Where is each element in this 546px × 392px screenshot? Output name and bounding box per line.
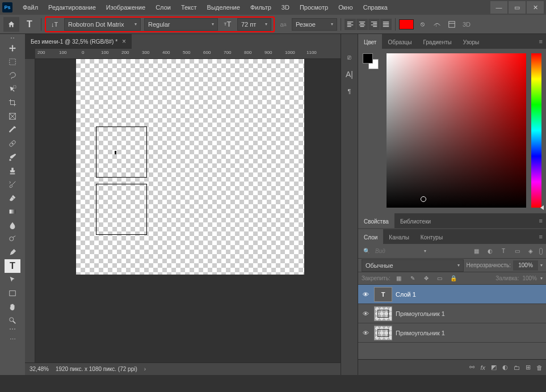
tab-swatches[interactable]: Образцы bbox=[382, 34, 417, 49]
visibility-toggle[interactable]: 👁 bbox=[360, 328, 371, 338]
new-layer-button[interactable]: ⊞ bbox=[526, 364, 531, 371]
lock-transparent-icon[interactable]: ▦ bbox=[394, 273, 404, 284]
text-orientation-button[interactable]: ↓T bbox=[48, 18, 61, 31]
zoom-level[interactable]: 32,48% bbox=[30, 366, 49, 372]
blur-tool[interactable] bbox=[5, 218, 20, 232]
pen-tool[interactable] bbox=[5, 246, 20, 259]
chevron-down-icon[interactable]: ▾ bbox=[424, 248, 426, 254]
close-button[interactable]: ✕ bbox=[527, 1, 544, 14]
crop-tool[interactable] bbox=[5, 96, 20, 109]
layer-name[interactable]: Прямоугольник 1 bbox=[396, 330, 445, 336]
lock-all-icon[interactable]: 🔒 bbox=[448, 273, 459, 284]
antialias-combo[interactable]: Резкое ▾ bbox=[292, 18, 337, 31]
tab-layers[interactable]: Слои bbox=[358, 229, 383, 244]
layer-effects-button[interactable]: fx bbox=[480, 364, 485, 371]
canvas-viewport[interactable] bbox=[25, 59, 341, 363]
opacity-value[interactable]: 100% bbox=[513, 260, 538, 271]
panel-menu-button[interactable]: ≡ bbox=[536, 38, 546, 45]
layer-name[interactable]: Слой 1 bbox=[396, 291, 416, 298]
healing-tool[interactable] bbox=[5, 137, 20, 150]
filter-toggle[interactable] bbox=[539, 248, 543, 255]
menu-image[interactable]: Изображение bbox=[102, 2, 150, 13]
edit-toolbar-button[interactable]: ⋯ bbox=[5, 332, 20, 346]
lasso-tool[interactable] bbox=[5, 69, 20, 82]
hue-slider[interactable] bbox=[531, 53, 541, 208]
tab-paths[interactable]: Контуры bbox=[415, 229, 448, 244]
lock-pixels-icon[interactable]: ✎ bbox=[408, 273, 418, 284]
blend-mode-combo[interactable]: Обычные ▾ bbox=[362, 259, 464, 272]
tab-color[interactable]: Цвет bbox=[358, 34, 382, 49]
hue-pointer[interactable] bbox=[540, 205, 544, 210]
document-tab[interactable]: Без имени-1 @ 32,5% (RGB/8#) * × bbox=[25, 34, 132, 49]
paragraph-panel-icon[interactable]: ¶ bbox=[343, 85, 356, 98]
path-select-tool[interactable] bbox=[5, 273, 20, 286]
foreground-color-swatch[interactable] bbox=[363, 53, 373, 64]
layer-row[interactable]: 👁 Прямоугольник 1 bbox=[358, 304, 546, 323]
filter-smart-icon[interactable]: ◈ bbox=[526, 246, 536, 256]
delete-layer-button[interactable]: 🗑 bbox=[536, 364, 543, 371]
panel-menu-button[interactable]: ≡ bbox=[536, 217, 546, 224]
hand-tool[interactable] bbox=[5, 300, 20, 314]
panel-icon-1[interactable]: ⎚ bbox=[343, 51, 356, 64]
filter-type-icon[interactable]: T bbox=[498, 246, 509, 256]
menu-filter[interactable]: Фильтр bbox=[246, 2, 276, 13]
adjustment-layer-button[interactable]: ◐ bbox=[502, 364, 508, 371]
tab-libraries[interactable]: Библиотеки bbox=[394, 213, 436, 228]
filter-adjust-icon[interactable]: ◐ bbox=[485, 246, 495, 256]
font-style-combo[interactable]: Regular ▾ bbox=[144, 18, 218, 31]
align-left-button[interactable] bbox=[345, 19, 356, 30]
text-color-swatch[interactable] bbox=[399, 19, 414, 29]
chevron-down-icon[interactable]: ▾ bbox=[540, 276, 543, 281]
stamp-tool[interactable] bbox=[5, 164, 20, 178]
menu-text[interactable]: Текст bbox=[177, 2, 201, 13]
rectangle-shape-2[interactable] bbox=[96, 184, 147, 235]
toolbox-grip[interactable] bbox=[6, 37, 19, 39]
type-tool[interactable]: T bbox=[5, 259, 20, 273]
tab-properties[interactable]: Свойства bbox=[358, 213, 394, 228]
toolbox-more[interactable] bbox=[6, 328, 19, 330]
maximize-button[interactable]: ▭ bbox=[509, 1, 526, 14]
menu-select[interactable]: Выделение bbox=[203, 2, 245, 13]
eraser-tool[interactable] bbox=[5, 191, 20, 205]
align-right-button[interactable] bbox=[368, 19, 380, 30]
rectangle-shape-1[interactable] bbox=[96, 127, 147, 178]
dodge-tool[interactable] bbox=[5, 232, 20, 246]
brush-tool[interactable] bbox=[5, 150, 20, 164]
font-family-combo[interactable]: Robotron Dot Matrix ▾ bbox=[64, 18, 141, 31]
menu-3d[interactable]: 3D bbox=[277, 2, 294, 13]
chevron-down-icon[interactable]: ▾ bbox=[540, 263, 543, 268]
frame-tool[interactable] bbox=[5, 109, 20, 123]
menu-file[interactable]: Файл bbox=[18, 2, 43, 13]
menu-edit[interactable]: Редактирование bbox=[44, 2, 100, 13]
menu-view[interactable]: Просмотр bbox=[295, 2, 333, 13]
layer-row[interactable]: 👁 Прямоугольник 1 bbox=[358, 323, 546, 343]
quick-select-tool[interactable] bbox=[5, 82, 20, 96]
rectangle-tool[interactable] bbox=[5, 286, 20, 300]
color-selector-ring[interactable] bbox=[421, 196, 426, 202]
menu-help[interactable]: Справка bbox=[359, 2, 392, 13]
visibility-toggle[interactable]: 👁 bbox=[360, 309, 371, 319]
3d-button[interactable]: 3D bbox=[460, 18, 473, 31]
group-button[interactable]: 🗀 bbox=[514, 364, 520, 371]
filter-pixel-icon[interactable]: ▦ bbox=[471, 246, 481, 256]
layer-row[interactable]: 👁 T Слой 1 bbox=[358, 285, 546, 304]
marquee-tool[interactable] bbox=[5, 55, 20, 69]
fg-bg-swatches[interactable] bbox=[363, 53, 379, 69]
eyedropper-tool[interactable] bbox=[5, 123, 20, 137]
color-field[interactable] bbox=[387, 53, 526, 208]
menu-window[interactable]: Окно bbox=[334, 2, 358, 13]
zoom-tool[interactable] bbox=[5, 314, 20, 327]
move-tool[interactable] bbox=[5, 41, 20, 55]
font-size-combo[interactable]: 72 пт ▾ bbox=[237, 18, 271, 31]
lock-position-icon[interactable]: ✥ bbox=[421, 273, 431, 284]
status-menu-icon[interactable]: › bbox=[144, 366, 146, 372]
fill-value[interactable]: 100% bbox=[522, 275, 537, 281]
character-panel-icon[interactable]: A| bbox=[343, 68, 356, 81]
lock-artboard-icon[interactable]: ▭ bbox=[435, 273, 445, 284]
layer-thumbnail[interactable] bbox=[374, 306, 392, 321]
tab-close-icon[interactable]: × bbox=[122, 37, 126, 45]
document-info[interactable]: 1920 пикс. x 1080 пикс. (72 ppi) bbox=[56, 366, 137, 372]
align-center-button[interactable] bbox=[356, 19, 368, 30]
link-layers-button[interactable]: ⚯ bbox=[469, 364, 474, 371]
tab-gradients[interactable]: Градиенты bbox=[417, 34, 457, 49]
